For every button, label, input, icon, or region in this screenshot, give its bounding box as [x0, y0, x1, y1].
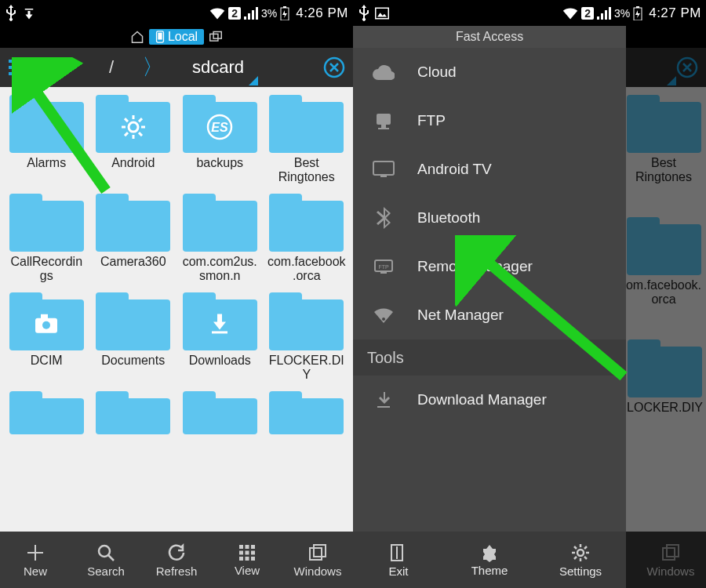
usb-icon [5, 5, 17, 22]
folder-item[interactable]: Android [90, 95, 177, 186]
folder-label: Android [111, 156, 155, 186]
folder-icon [269, 292, 344, 350]
tv-icon [370, 161, 397, 178]
windows-button[interactable]: Windows [282, 532, 353, 588]
folder-label: com.facebook.orca [267, 255, 346, 285]
svg-rect-33 [377, 114, 391, 125]
wifi-icon [209, 7, 225, 20]
svg-rect-34 [381, 125, 386, 128]
view-button[interactable]: View [212, 532, 282, 588]
folder-item[interactable]: Documents [90, 292, 177, 383]
usb-icon [358, 5, 370, 22]
folder-item[interactable] [90, 391, 177, 440]
phone-right: 2 3% 4:27 PM Best Ringtonesom.facebook.o… [353, 0, 706, 588]
ftp-icon [370, 112, 397, 129]
menu-item-cloud[interactable]: Cloud [353, 48, 626, 96]
new-button[interactable]: New [0, 532, 71, 588]
status-time: 4:26 PM [296, 5, 348, 21]
svg-rect-15 [239, 545, 243, 549]
folder-grid: AlarmsAndroidESbackupsBest RingtonesCall… [0, 87, 353, 391]
folder-icon [96, 292, 170, 350]
chevron-right-icon: 〉 [142, 53, 164, 82]
folder-item[interactable]: Alarms [3, 95, 90, 186]
local-tab-label: Local [168, 30, 198, 44]
folder-label: Documents [101, 354, 165, 383]
battery-pct: 3% [614, 7, 630, 20]
bluetooth-icon [370, 207, 397, 229]
svg-rect-23 [251, 557, 255, 561]
folder-item[interactable]: CallRecordings [3, 194, 90, 285]
menu-item-bluetooth[interactable]: Bluetooth [353, 194, 626, 242]
status-bar: 2 3% 4:26 PM [0, 0, 353, 26]
folder-label: backups [196, 156, 243, 186]
folder-label: com.com2us.smon.n [180, 255, 259, 285]
breadcrumb-current[interactable]: sdcard [192, 57, 244, 78]
refresh-button[interactable]: Refresh [141, 532, 212, 588]
menu-item-net-manager[interactable]: Net Manager [353, 291, 626, 339]
folder-icon [269, 194, 344, 252]
dropdown-triangle-icon[interactable] [249, 76, 258, 85]
svg-rect-29 [636, 6, 639, 8]
svg-point-43 [577, 550, 584, 556]
breadcrumb: / 〉 sdcard [38, 48, 315, 87]
menu-item-ftp[interactable]: FTP [353, 96, 626, 145]
hamburger-menu-button[interactable] [0, 59, 38, 76]
bottom-bar: New Search Refresh View Windows [0, 532, 353, 588]
menu-item-download-manager[interactable]: Download Manager [353, 376, 626, 424]
download-notif-icon [22, 6, 36, 20]
folder-icon [9, 292, 84, 350]
local-bar: Local [0, 26, 353, 48]
folder-item[interactable]: com.com2us.smon.n [176, 194, 264, 285]
svg-rect-27 [376, 8, 389, 19]
folder-item[interactable] [264, 391, 351, 440]
folder-item[interactable] [176, 391, 264, 440]
toolbar: / 〉 sdcard [0, 48, 353, 87]
svg-rect-17 [251, 545, 255, 549]
breadcrumb-root[interactable]: / [109, 57, 114, 78]
svg-rect-25 [314, 545, 326, 557]
battery-pct: 3% [261, 7, 277, 20]
svg-rect-40 [380, 272, 387, 274]
gear-overlay-icon [120, 114, 147, 143]
folder-icon [96, 95, 170, 153]
signal-icon [244, 7, 258, 20]
folder-item[interactable]: Best Ringtones [264, 95, 351, 186]
fast-access-title: Fast Access [353, 26, 626, 48]
folder-label: Camera360 [100, 255, 166, 285]
folder-item[interactable] [3, 391, 90, 440]
svg-rect-21 [239, 557, 243, 561]
folder-item[interactable]: com.facebook.orca [264, 194, 351, 285]
tools-section-header[interactable]: Tools [353, 339, 626, 376]
menu-item-remote-manager[interactable]: FTP Remote Manager [353, 242, 626, 291]
svg-rect-35 [378, 128, 389, 129]
search-button[interactable]: Search [71, 532, 141, 588]
local-tab[interactable]: Local [149, 29, 204, 45]
folder-item[interactable]: ESbackups [176, 95, 264, 186]
folder-item[interactable]: Camera360 [90, 194, 177, 285]
exit-button[interactable]: Exit [353, 532, 444, 588]
menu-item-android-tv[interactable]: Android TV [353, 145, 626, 194]
drawer-bottom-bar: Exit Theme Settings [353, 532, 626, 588]
close-tab-button[interactable] [315, 56, 353, 79]
sim-badge: 2 [581, 7, 594, 20]
svg-rect-11 [41, 314, 48, 319]
folder-item[interactable]: FLOCKER.DIY [264, 292, 351, 383]
home-icon[interactable] [130, 31, 144, 43]
phone-device-icon [155, 31, 165, 43]
remote-manager-icon: FTP [370, 258, 397, 275]
es-overlay-icon: ES [206, 114, 233, 143]
fast-access-drawer: Fast Access Cloud FTP Android TV Bluetoo… [353, 26, 626, 588]
folder-item[interactable]: DCIM [3, 292, 90, 383]
multi-window-icon[interactable] [209, 31, 223, 43]
settings-button[interactable]: Settings [535, 532, 626, 588]
folder-item[interactable]: Downloads [176, 292, 264, 383]
folder-label: DCIM [31, 354, 63, 383]
chevron-up-icon [598, 353, 612, 362]
camera-overlay-icon [35, 314, 58, 337]
signal-icon [597, 7, 611, 20]
folder-icon: ES [183, 95, 257, 153]
svg-rect-16 [246, 545, 249, 549]
download-overlay-icon [209, 312, 231, 339]
theme-button[interactable]: Theme [444, 532, 535, 588]
svg-rect-24 [310, 548, 322, 560]
